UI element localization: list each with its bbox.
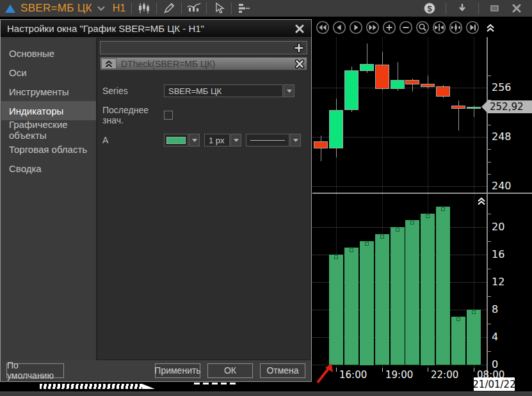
volume-bar <box>360 241 374 365</box>
compress-horizontal-button[interactable] <box>431 20 447 35</box>
rewind-start-button[interactable] <box>315 20 330 35</box>
cursor-button[interactable] <box>210 1 228 16</box>
order-levels-button[interactable] <box>235 1 253 16</box>
color-swatch[interactable] <box>166 137 186 144</box>
zero-gridline <box>312 365 487 365</box>
sidebar-item-axes[interactable]: Оси <box>1 63 96 82</box>
default-button[interactable]: По умолчанию <box>6 363 64 378</box>
dialog-sidebar: Основные Оси Инструменты Индикаторы Граф… <box>1 38 97 360</box>
fast-forward-button[interactable] <box>365 20 380 35</box>
toolbar-separator <box>181 3 182 14</box>
value-minor-tick <box>488 269 491 269</box>
candle <box>451 106 465 109</box>
sidebar-item-summary[interactable]: Сводка <box>1 159 96 178</box>
ok-button[interactable]: ОК <box>207 363 253 378</box>
indicator-settings-panel: DTheck(SBER=МБ ЦК) Series SBER=МБ ЦК <box>97 38 310 360</box>
dialog-close-icon[interactable] <box>294 24 305 33</box>
volume-bar <box>375 234 389 365</box>
zoom-in-button[interactable] <box>382 20 397 35</box>
sidebar-item-graphic-objects[interactable]: Графические объекты <box>1 120 96 139</box>
line-width-combo[interactable]: 1 px <box>204 134 241 147</box>
price-minor-tick <box>488 174 491 175</box>
step-forward-button[interactable] <box>348 20 364 35</box>
series-dropdown-icon[interactable] <box>284 84 294 97</box>
line-style-row: A 1 px <box>102 134 305 147</box>
remove-indicator-button[interactable] <box>294 59 305 69</box>
background-window-strip <box>0 382 312 392</box>
indicator-chart-button[interactable] <box>185 1 203 16</box>
indicator-plot[interactable] <box>312 194 487 368</box>
restore-window-button[interactable] <box>486 1 504 16</box>
dollar-coin-button[interactable]: $ <box>421 1 439 16</box>
dialog-title: Настройки окна "График SBER=МБ ЦК - H1" <box>7 23 204 34</box>
sidebar-item-instruments[interactable]: Инструменты <box>1 82 96 101</box>
value-tick-label: 4 <box>492 331 498 343</box>
bar-value-marker <box>334 255 338 259</box>
candle <box>405 80 419 84</box>
clipped-window-text <box>40 384 142 389</box>
indicator-header[interactable]: DTheck(SBER=МБ ЦК) <box>100 57 307 70</box>
line-width-value[interactable]: 1 px <box>204 134 230 147</box>
step-back-button[interactable] <box>332 20 347 35</box>
value-minor-tick <box>488 324 491 324</box>
dialog-body: Основные Оси Инструменты Индикаторы Граф… <box>1 38 310 360</box>
apply-button[interactable]: Применить <box>155 363 200 378</box>
value-tick-label: 8 <box>492 303 498 315</box>
ticker-dropdown-icon[interactable] <box>92 1 110 16</box>
width-dropdown-icon[interactable] <box>230 134 241 147</box>
last-value-checkbox[interactable] <box>164 111 173 120</box>
collapse-pane-icon[interactable] <box>476 196 487 209</box>
app-window: SBER=МБ ЦК H1 $ <box>0 0 532 396</box>
bar-value-marker <box>396 228 399 232</box>
ticker-symbol[interactable]: SBER=МБ ЦК <box>20 2 92 15</box>
bar-value-marker <box>350 248 353 252</box>
value-minor-tick <box>488 296 491 297</box>
line-color-combo[interactable] <box>164 134 200 147</box>
fit-candles-button[interactable] <box>448 20 463 35</box>
window-bottom-edge <box>0 392 532 396</box>
candle <box>391 80 405 89</box>
line-style-combo[interactable] <box>246 134 301 147</box>
clipped-window-text <box>194 383 238 384</box>
candlestick-chart-button[interactable] <box>135 1 153 16</box>
candle-plot[interactable] <box>312 37 487 193</box>
volume-bar <box>436 207 450 365</box>
cancel-button[interactable]: Отмена <box>260 363 305 378</box>
dialog-titlebar[interactable]: Настройки окна "График SBER=МБ ЦК - H1" <box>1 20 311 37</box>
go-to-end-button[interactable] <box>465 20 480 35</box>
toolbar-separator <box>478 3 479 14</box>
bar-value-marker <box>410 221 414 225</box>
series-label: Series <box>102 86 164 96</box>
zoom-out-button[interactable] <box>398 20 414 35</box>
svg-text:$: $ <box>427 4 432 13</box>
indicator-axis[interactable]: 201612840 <box>488 194 532 368</box>
collapse-toolbar-icon[interactable] <box>483 20 498 35</box>
time-tick-mark <box>336 368 337 372</box>
volume-bar <box>405 220 419 365</box>
price-axis[interactable]: 256248240252,92 <box>488 37 532 193</box>
add-indicator-button[interactable] <box>292 42 306 53</box>
app-toolbar: SBER=МБ ЦК H1 $ <box>0 0 532 18</box>
timeframe-label[interactable]: H1 <box>113 3 125 14</box>
volume-bar <box>451 317 465 365</box>
sidebar-item-trading-area[interactable]: Торговая область <box>1 139 96 159</box>
sidebar-item-main[interactable]: Основные <box>1 44 96 63</box>
series-combo[interactable]: SBER=МБ ЦК <box>164 84 294 97</box>
time-gridline <box>428 37 428 193</box>
value-tick-label: 20 <box>492 221 504 233</box>
candle <box>375 65 389 89</box>
sidebar-item-indicators[interactable]: Индикаторы <box>1 101 96 120</box>
download-arrow-button[interactable] <box>453 1 471 16</box>
time-tick-mark <box>382 368 383 372</box>
collapse-indicator-icon[interactable] <box>101 58 117 69</box>
close-window-button[interactable] <box>508 1 526 16</box>
zoom-area-button[interactable] <box>415 20 430 35</box>
style-dropdown-icon[interactable] <box>290 134 301 147</box>
candle <box>360 64 374 71</box>
color-dropdown-icon[interactable] <box>189 134 200 147</box>
series-value[interactable]: SBER=МБ ЦК <box>164 84 283 97</box>
draw-pencil-button[interactable] <box>160 1 178 16</box>
price-tick-label: 240 <box>492 180 512 192</box>
chart-panel[interactable]: 256248240252,92 201612840 16:0019:0022:0… <box>312 18 532 392</box>
date-label: 21/01/22 <box>474 377 515 391</box>
